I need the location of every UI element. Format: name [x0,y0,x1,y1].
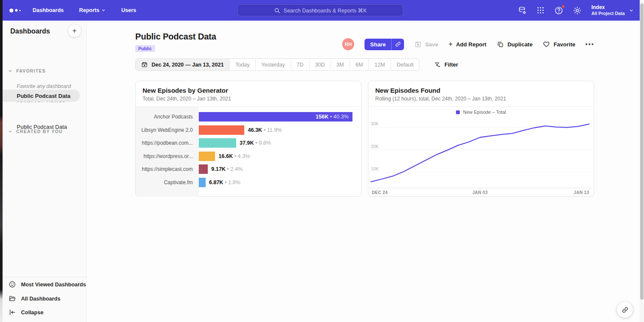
bar-value-label: 16.6K • 4.3% [219,153,250,159]
main-content: Public Podcast Data Public RH Share Save… [87,21,640,322]
settings-gear-icon[interactable] [573,6,582,15]
link-icon [622,307,629,313]
bar-value-label: 156K • 40.3% [316,114,349,120]
bar-row: https://wordpress.or...16.6K • 4.3% [136,152,361,161]
svg-text:20K: 20K [371,144,379,149]
duplicate-icon [497,41,504,48]
bar-category-label: Captivate.fm [136,179,199,185]
collapse-sidebar-button[interactable]: Collapse [9,309,43,316]
nav-item-users[interactable]: Users [121,7,136,13]
smiley-icon [9,281,16,288]
filter-button[interactable]: Filter [434,61,458,68]
date-range-button[interactable]: Dec 24, 2020 — Jan 13, 2021 [136,59,229,70]
workspace-scope: All Project Data [591,11,625,16]
header-actions: RH Share Save + Add Report Duplicate Fav… [342,38,593,50]
plus-icon: + [449,40,453,48]
line-chart: New Episode – Total 10K20K30KDEC 24JAN 0… [368,107,594,197]
data-sources-icon[interactable] [518,6,527,15]
notification-dot [562,5,565,8]
bar-segment [199,125,244,135]
nav-item-dashboards[interactable]: Dashboards [33,7,64,13]
page-scrollbar [640,0,644,322]
nav-right-cluster: Index All Project Data [518,0,634,21]
preset-yesterday[interactable]: Yesterday [255,59,291,70]
bar-segment [199,138,236,148]
add-dashboard-button[interactable]: + [68,24,81,37]
date-range-segmented-control: Dec 24, 2020 — Jan 13, 2021 Today Yester… [135,58,419,71]
bar-category-label: https://simplecast.com [136,166,199,172]
bar-segment [199,178,206,187]
search-input[interactable]: Search Dashboards & Reports ⌘K [237,4,403,16]
apps-grid-icon[interactable] [536,6,545,15]
folder-icon [9,295,16,302]
favorites-empty-text: Favorite any dashboard [17,83,71,89]
bar-row: https://simplecast.com9.17K • 2.4% [136,164,361,174]
sidebar: Dashboards + FAVORITES Favorite any dash… [3,21,87,322]
preset-6m[interactable]: 6M [349,59,368,70]
more-options-button[interactable] [586,43,593,45]
bar-segment [199,164,208,174]
sidebar-item-public-podcast-data[interactable]: Public Podcast Data [3,90,80,102]
search-placeholder: Search Dashboards & Reports ⌘K [284,7,367,14]
bar-value-label: 6.87K • 1.8% [209,179,240,185]
bar-category-label: Libsyn WebEngine 2.0 [136,127,199,133]
preset-today[interactable]: Today [229,59,255,70]
bar-value-label: 37.9K • 9.8% [240,140,271,146]
calendar-icon [141,61,148,68]
bar-segment: 156K • 40.3% [199,112,352,122]
heart-icon [543,41,550,48]
bar-value-label: 9.17K • 2.4% [211,166,243,172]
bar-row: Captivate.fm6.87K • 1.8% [136,178,361,187]
public-badge: Public [135,45,155,52]
svg-text:30K: 30K [371,122,379,126]
copy-link-floating-button[interactable] [617,302,633,318]
bar-chart: Anchor Podcasts156K • 40.3%Libsyn WebEng… [136,107,361,197]
chevron-down-icon [101,8,106,12]
page-title: Public Podcast Data [135,32,216,42]
most-viewed-dashboards-button[interactable]: Most Viewed Dashboards [9,281,86,288]
preset-7d[interactable]: 7D [291,59,309,70]
preset-default[interactable]: Default [391,59,419,70]
all-dashboards-button[interactable]: All Dashboards [9,295,61,302]
svg-text:JAN 03: JAN 03 [472,190,488,195]
bar-segment [199,152,215,161]
bar-category-label: https://wordpress.or... [136,153,199,159]
svg-text:10K: 10K [371,167,379,171]
chart-subtitle: Total, Dec 24th, 2020 – Jan 13th, 2021 [143,96,354,102]
chart-subtitle: Rolling (12 hours), total, Dec 24th, 202… [375,96,587,102]
preset-12m[interactable]: 12M [368,59,390,70]
bar-category-label: https://podbean.com... [136,140,199,146]
chart-title: New Episodes by Generator [143,87,354,94]
sidebar-item-public-podcast-data-created[interactable]: Public Podcast Data [3,121,80,133]
nav-item-reports[interactable]: Reports [79,7,106,13]
avatar[interactable]: RH [342,38,354,50]
section-favorites[interactable]: FAVORITES [3,69,86,73]
preset-3m[interactable]: 3M [331,59,349,70]
legend-label: New Episode – Total [463,109,506,115]
line-chart-plot: 10K20K30KDEC 24JAN 03JAN 13 [368,117,594,195]
save-icon [414,41,422,48]
add-report-button[interactable]: + Add Report [449,40,486,48]
svg-text:JAN 13: JAN 13 [574,190,589,195]
app-logo-dots-icon[interactable] [9,9,21,12]
copy-link-icon[interactable] [391,39,404,50]
collapse-left-icon [9,309,16,316]
card-new-episodes-found: New Episodes Found Rolling (12 hours), t… [368,81,594,197]
help-icon[interactable] [554,6,563,15]
share-button[interactable]: Share [365,39,404,50]
preset-30d[interactable]: 30D [309,59,331,70]
chevron-down-icon [629,8,634,13]
bar-value-label: 46.3K • 11.9% [248,127,282,133]
scrollbar-thumb[interactable] [640,3,644,300]
sidebar-title: Dashboards [10,27,50,35]
duplicate-button[interactable]: Duplicate [497,41,533,48]
bar-row: Libsyn WebEngine 2.046.3K • 11.9% [136,125,361,135]
workspace-switcher[interactable]: Index All Project Data [591,4,634,16]
filter-funnel-icon [434,61,441,68]
svg-text:DEC 24: DEC 24 [372,190,388,195]
favorite-button[interactable]: Favorite [543,41,575,48]
top-nav: Dashboards Reports Users Search Dashboar… [3,0,640,21]
save-button[interactable]: Save [414,41,438,48]
bar-row: Anchor Podcasts156K • 40.3% [136,112,361,122]
chevron-down-icon [8,69,12,73]
